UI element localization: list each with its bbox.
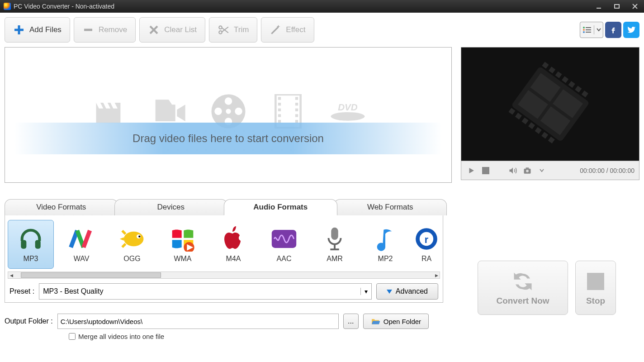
format-wma[interactable]: WMA [160,220,206,269]
file-dropzone[interactable]: DVD Drag video files here to start conve… [5,47,452,183]
note-icon [372,226,398,252]
svg-point-9 [219,26,222,29]
format-m4a[interactable]: M4A [210,220,256,269]
scissors-icon [218,24,229,36]
stop-playback-button[interactable] [480,165,491,176]
format-label: MP3 [24,255,38,263]
merge-label: Merge all videos into one file [78,333,164,340]
output-folder-input[interactable] [57,314,339,329]
open-folder-button[interactable]: Open Folder [363,314,429,329]
remove-label: Remove [99,25,127,34]
play-button[interactable] [466,165,477,176]
snapshot-button[interactable] [522,165,533,176]
svg-point-21 [224,97,232,105]
svg-rect-69 [331,228,338,240]
scroll-thumb[interactable] [21,272,161,278]
svg-point-25 [226,109,231,114]
add-files-button[interactable]: Add Files [5,17,70,43]
svg-rect-45 [548,67,555,73]
windows-icon [170,226,196,252]
svg-rect-63 [35,240,41,248]
advanced-label: Advanced [396,287,428,295]
facebook-icon [609,25,618,34]
format-ra[interactable]: r RA [413,220,440,269]
advanced-button[interactable]: Advanced [376,283,438,300]
svg-rect-28 [278,103,280,105]
film-placeholder-icon [461,48,639,161]
format-ogg[interactable]: OGG [109,220,155,269]
svg-point-18 [583,31,585,33]
svg-rect-50 [581,90,588,97]
maximize-button[interactable] [608,0,626,13]
svg-rect-32 [295,97,298,100]
format-label: WMA [174,255,191,263]
svg-rect-47 [562,76,568,83]
tab-devices[interactable]: Devices [114,199,228,215]
format-label: AAC [277,255,292,263]
dropzone-hint: Drag video files here to start conversio… [14,123,442,154]
svg-text:DVD: DVD [338,102,358,112]
svg-rect-35 [295,114,298,117]
trim-label: Trim [234,25,249,34]
ogg-icon [119,226,145,252]
add-files-label: Add Files [29,25,62,34]
scroll-right-icon[interactable]: ▸ [433,272,440,279]
preset-select[interactable]: MP3 - Best Quality ▾ [39,283,372,300]
browse-button[interactable]: ... [343,314,359,329]
svg-point-64 [124,232,144,247]
svg-point-22 [235,108,242,115]
format-tabs: Video Formats Devices Audio Formats Web … [0,199,448,303]
svg-point-66 [138,235,140,237]
toolbar: Add Files Remove Clear List Trim Effect [0,13,644,43]
facebook-button[interactable] [605,22,621,38]
tab-audio-formats[interactable]: Audio Formats [224,199,337,215]
time-display: 00:00:00 / 00:00:00 [580,167,635,174]
merge-checkbox[interactable] [69,333,76,340]
list-view-toggle[interactable] [580,22,603,38]
minimize-button[interactable] [590,0,608,13]
effect-button[interactable]: Effect [261,17,314,43]
svg-line-12 [222,27,228,32]
snapshot-dropdown[interactable] [536,165,547,176]
headphones-icon [18,226,44,252]
svg-point-16 [583,29,585,31]
format-label: WAV [74,255,90,263]
clear-list-button[interactable]: Clear List [139,17,205,43]
svg-rect-15 [586,27,591,28]
format-aac[interactable]: AAC [261,220,307,269]
svg-point-37 [331,112,365,121]
format-label: OGG [123,255,140,263]
svg-rect-49 [575,86,582,92]
format-wav[interactable]: WAV [58,220,104,269]
stop-button[interactable]: Stop [575,261,616,315]
scroll-left-icon[interactable]: ◂ [8,272,14,279]
formats-scrollbar[interactable]: ◂ ▸ [8,272,440,279]
refresh-icon [511,270,535,293]
svg-rect-1 [615,5,619,8]
minus-icon [82,24,94,36]
format-mp2[interactable]: MP2 [362,220,408,269]
plus-icon [13,24,25,36]
tab-web-formats[interactable]: Web Formats [334,199,447,215]
preview-panel: 00:00:00 / 00:00:00 [461,47,639,183]
twitter-button[interactable] [623,22,639,38]
svg-point-24 [214,108,222,115]
convert-now-button[interactable]: Convert Now [478,261,568,315]
svg-rect-75 [587,273,604,290]
volume-button[interactable] [507,165,518,176]
close-button[interactable] [626,0,644,13]
x-icon [148,24,160,36]
remove-button[interactable]: Remove [74,17,136,43]
clear-list-label: Clear List [164,25,197,34]
tab-video-formats[interactable]: Video Formats [5,199,118,215]
preset-label: Preset : [9,287,34,295]
svg-point-60 [526,169,529,172]
svg-point-10 [219,31,222,34]
format-mp3[interactable]: MP3 [8,220,54,269]
svg-rect-61 [526,167,529,169]
svg-rect-58 [482,167,489,174]
aac-icon [271,226,297,252]
list-icon [582,26,592,33]
format-amr[interactable]: AMR [312,220,358,269]
trim-button[interactable]: Trim [209,17,257,43]
